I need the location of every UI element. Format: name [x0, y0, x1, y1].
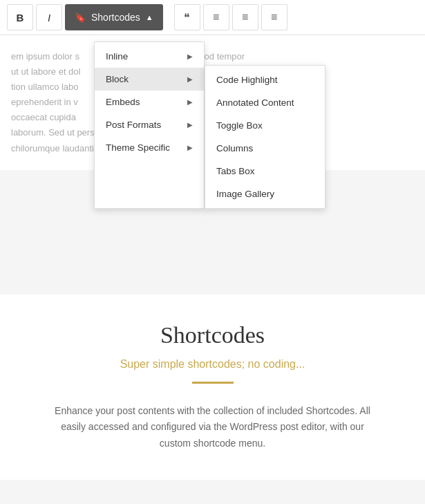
align-right-icon: ≡ [271, 11, 277, 24]
primary-menu: Inline ▶ Block ▶ Embeds ▶ Post Formats ▶… [94, 41, 205, 209]
chevron-right-icon-embeds: ▶ [187, 98, 193, 106]
menu-item-theme-specific-label: Theme Specific [106, 142, 170, 153]
submenu-item-tabs-box[interactable]: Tabs Box [205, 160, 325, 183]
chevron-right-icon-post-formats: ▶ [187, 121, 193, 129]
secondary-menu: Code Highlight Annotated Content Toggle … [205, 65, 325, 209]
page-title: Shortcodes [14, 322, 411, 348]
quote-icon: ❝ [184, 11, 190, 24]
submenu-item-columns-label: Columns [216, 143, 253, 153]
bookmark-icon: 🔖 [75, 12, 86, 23]
submenu-item-toggle-box[interactable]: Toggle Box [205, 114, 325, 137]
chevron-right-icon-block: ▶ [187, 75, 193, 83]
menu-item-post-formats[interactable]: Post Formats ▶ [95, 113, 204, 136]
bold-button[interactable]: B [7, 4, 33, 30]
submenu-item-toggle-box-label: Toggle Box [216, 120, 263, 131]
menu-item-post-formats-label: Post Formats [106, 120, 161, 130]
menu-item-inline[interactable]: Inline ▶ [95, 45, 204, 68]
align-center-button[interactable]: ≡ [232, 4, 258, 30]
submenu-item-tabs-box-label: Tabs Box [216, 166, 255, 176]
chevron-right-icon: ▶ [187, 53, 193, 60]
page-divider [192, 382, 234, 384]
submenu-item-columns[interactable]: Columns [205, 137, 325, 160]
submenu-item-annotated-content-label: Annotated Content [216, 97, 294, 108]
submenu-item-annotated-content[interactable]: Annotated Content [205, 91, 325, 114]
align-left-icon: ≡ [213, 11, 219, 24]
menu-item-embeds[interactable]: Embeds ▶ [95, 91, 204, 113]
align-right-button[interactable]: ≡ [261, 4, 287, 30]
menu-item-embeds-label: Embeds [106, 97, 140, 107]
menu-item-theme-specific[interactable]: Theme Specific ▶ [95, 136, 204, 159]
quote-button[interactable]: ❝ [174, 4, 200, 30]
submenu-item-code-highlight[interactable]: Code Highlight [205, 68, 325, 91]
submenu-item-code-highlight-label: Code Highlight [216, 75, 278, 85]
align-center-icon: ≡ [242, 11, 248, 24]
page-subtitle: Super simple shortcodes; no coding... [14, 358, 411, 371]
italic-button[interactable]: I [36, 4, 62, 30]
shortcodes-button[interactable]: 🔖 Shortcodes ▲ [65, 4, 163, 30]
submenu-item-image-gallery[interactable]: Image Gallery [205, 183, 325, 205]
shortcodes-label: Shortcodes [91, 12, 140, 23]
toolbar: B I 🔖 Shortcodes ▲ ❝ ≡ ≡ ≡ [0, 0, 425, 35]
menu-item-block[interactable]: Block ▶ [95, 68, 204, 91]
chevron-up-icon: ▲ [146, 13, 153, 21]
dropdown-wrapper: Inline ▶ Block ▶ Embeds ▶ Post Formats ▶… [94, 41, 325, 209]
chevron-right-icon-theme-specific: ▶ [187, 144, 193, 151]
submenu-item-image-gallery-label: Image Gallery [216, 189, 274, 199]
page-content: Shortcodes Super simple shortcodes; no c… [0, 295, 425, 480]
menu-item-block-label: Block [106, 74, 129, 84]
page-description: Enhance your post contents with the coll… [54, 403, 372, 452]
menu-item-inline-label: Inline [106, 51, 128, 62]
align-left-button[interactable]: ≡ [203, 4, 229, 30]
